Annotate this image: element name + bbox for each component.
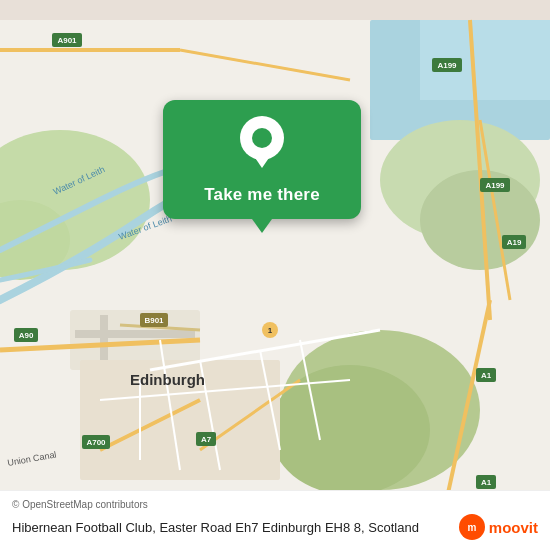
svg-rect-10	[75, 330, 195, 338]
map-svg: A901 A199 A199 A19 A1 A1 A90 A700 A7 B90…	[0, 0, 550, 550]
svg-text:A199: A199	[437, 61, 457, 70]
take-me-there-button[interactable]: Take me there	[204, 185, 320, 205]
moovit-icon-svg: m	[464, 519, 480, 535]
svg-point-57	[252, 128, 272, 148]
moovit-brand-name: moovit	[489, 519, 538, 536]
moovit-logo: m moovit	[459, 514, 538, 540]
svg-text:A7: A7	[201, 435, 212, 444]
map-container: A901 A199 A199 A19 A1 A1 A90 A700 A7 B90…	[0, 0, 550, 550]
attribution: © OpenStreetMap contributors	[12, 499, 538, 510]
bottom-bar: © OpenStreetMap contributors Hibernean F…	[0, 490, 550, 550]
navigation-tooltip[interactable]: Take me there	[163, 100, 361, 219]
svg-text:m: m	[467, 522, 476, 533]
svg-text:A901: A901	[57, 36, 77, 45]
location-pin-icon	[237, 116, 287, 171]
svg-text:A199: A199	[485, 181, 505, 190]
svg-text:Edinburgh: Edinburgh	[130, 371, 205, 388]
svg-text:A700: A700	[86, 438, 106, 447]
svg-text:A19: A19	[507, 238, 522, 247]
location-name: Hibernean Football Club, Easter Road Eh7…	[12, 520, 451, 535]
moovit-icon: m	[459, 514, 485, 540]
location-info: Hibernean Football Club, Easter Road Eh7…	[12, 514, 538, 540]
location-pin-wrapper	[237, 116, 287, 175]
attribution-text: © OpenStreetMap contributors	[12, 499, 148, 510]
svg-text:A90: A90	[19, 331, 34, 340]
svg-text:A1: A1	[481, 478, 492, 487]
svg-text:A1: A1	[481, 371, 492, 380]
svg-text:1: 1	[268, 326, 273, 335]
svg-text:B901: B901	[144, 316, 164, 325]
svg-marker-58	[251, 152, 273, 168]
